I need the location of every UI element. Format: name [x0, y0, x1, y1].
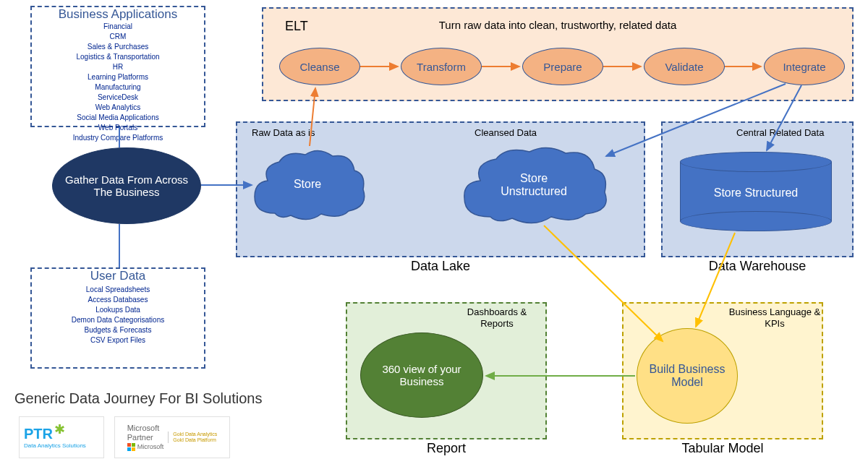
- business-app-item: Social Media Applications: [32, 113, 204, 123]
- microsoft-partner-logo: Microsoft Partner Microsoft Gold Data An…: [114, 416, 230, 458]
- business-app-item: Industry Compare Platforms: [32, 133, 204, 143]
- business-app-item: ServiceDesk: [32, 93, 204, 103]
- user-data-item: CSV Export Files: [32, 335, 204, 346]
- data-lake-title: Data Lake: [236, 259, 645, 274]
- elt-subtitle: Turn raw data into clean, trustworthy, r…: [263, 19, 852, 31]
- elt-step-cleanse: Cleanse: [279, 48, 360, 85]
- microsoft-icon: [127, 443, 135, 451]
- diagram-title: Generic Data Journey For BI Solutions: [14, 390, 262, 407]
- elt-step-transform: Transform: [401, 48, 482, 85]
- store-structured-cylinder: Store Structured: [680, 152, 832, 231]
- data-warehouse-title: Data Warehouse: [661, 259, 854, 275]
- store-unstructured-cloud: Store Unstructured: [454, 142, 613, 228]
- business-app-item: Manufacturing: [32, 82, 204, 93]
- central-related-label: Central Related Data: [736, 127, 824, 138]
- user-data-item: Access Databases: [32, 295, 204, 305]
- tabular-model-title: Tabular Model: [622, 441, 823, 456]
- store-structured-text: Store Structured: [714, 186, 799, 199]
- 360-view-ellipse: 360 view of your Business: [360, 332, 483, 418]
- business-app-item: Learning Platforms: [32, 72, 204, 82]
- user-data-title: User Data: [32, 269, 204, 283]
- business-app-item: Web Analytics: [32, 103, 204, 113]
- business-app-item: Web Portals: [32, 123, 204, 133]
- user-data-list: Local SpreadsheetsAccess DatabasesLookup…: [32, 285, 204, 346]
- business-language-label: Business Language & KPIs: [728, 306, 822, 329]
- elt-step-integrate: Integrate: [764, 48, 845, 85]
- raw-data-label: Raw Data as is: [252, 127, 315, 138]
- user-data-item: Local Spreadsheets: [32, 285, 204, 295]
- gather-data-text: Gather Data From Across The Business: [63, 173, 190, 198]
- store-raw-cloud: Store: [246, 145, 369, 224]
- store-raw-text: Store: [294, 178, 321, 191]
- store-unstructured-text: Store Unstructured: [490, 172, 577, 198]
- business-app-item: CRM: [32, 32, 204, 42]
- gather-data-ellipse: Gather Data From Across The Business: [52, 147, 201, 224]
- dashboards-reports-label: Dashboards & Reports: [450, 306, 544, 329]
- user-data-box: User Data Local SpreadsheetsAccess Datab…: [30, 267, 205, 369]
- elt-step-validate: Validate: [644, 48, 725, 85]
- business-applications-title: Business Applications: [32, 7, 204, 22]
- business-applications-box: Business Applications FinancialCRMSales …: [30, 6, 205, 127]
- business-applications-list: FinancialCRMSales & PurchasesLogistics &…: [32, 22, 204, 143]
- elt-step-prepare: Prepare: [522, 48, 603, 85]
- business-app-item: HR: [32, 62, 204, 72]
- user-data-item: Budgets & Forecasts: [32, 325, 204, 335]
- user-data-item: Lookups Data: [32, 305, 204, 315]
- star-icon: ✱: [54, 421, 65, 437]
- business-app-item: Logistics & Transportation: [32, 52, 204, 62]
- cleansed-data-label: Cleansed Data: [475, 127, 537, 138]
- ptr-logo: PTR ✱ Data Analytics Solutions: [19, 416, 104, 458]
- report-title: Report: [346, 441, 547, 456]
- build-business-model-ellipse: Build Business Model: [637, 328, 738, 424]
- business-app-item: Sales & Purchases: [32, 42, 204, 52]
- user-data-item: Demon Data Categorisations: [32, 315, 204, 325]
- business-app-item: Financial: [32, 22, 204, 32]
